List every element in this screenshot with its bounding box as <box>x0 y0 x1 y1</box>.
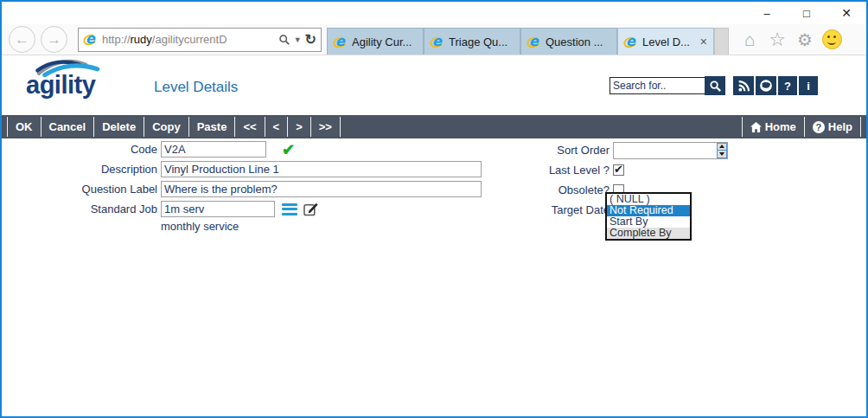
home-toolbar-button[interactable]: Home <box>742 117 805 137</box>
valid-check-icon: ✔ <box>282 142 295 158</box>
refresh-icon[interactable]: ↻ <box>305 31 316 48</box>
new-tab-stub[interactable] <box>714 28 729 55</box>
dropdown-option-null[interactable]: ( NULL ) <box>607 194 690 205</box>
level-details-form: Code ✔ Description Question Label Standa… <box>2 138 866 416</box>
spinner-up-icon[interactable] <box>718 144 726 151</box>
cancel-button[interactable]: Cancel <box>41 117 95 137</box>
delete-button[interactable]: Delete <box>94 117 144 137</box>
code-input[interactable] <box>161 141 266 158</box>
rss-icon <box>737 80 750 93</box>
edit-pencil-icon[interactable] <box>303 202 319 216</box>
ie-page-icon: e <box>83 32 98 47</box>
description-row: Description <box>2 160 482 178</box>
question-mark-icon: ? <box>784 80 791 93</box>
tab-label: Level D... <box>642 35 695 48</box>
standard-job-note: monthly service <box>2 220 482 233</box>
feedback-smiley-icon[interactable] <box>822 29 842 49</box>
globe-icon <box>759 79 773 93</box>
home-label: Home <box>765 120 796 133</box>
home-icon[interactable]: ⌂ <box>739 29 760 50</box>
spinner-down-icon[interactable] <box>718 151 726 158</box>
rss-button[interactable] <box>733 76 754 95</box>
code-label: Code <box>2 143 161 156</box>
agility-logo: agility <box>26 59 109 95</box>
copy-button[interactable]: Copy <box>144 117 189 137</box>
favorites-star-icon[interactable]: ☆ <box>767 29 788 51</box>
sort-order-label: Sort Order <box>486 144 613 157</box>
description-input[interactable] <box>161 161 482 177</box>
question-label-input[interactable] <box>161 181 482 197</box>
form-left-column: Code ✔ Description Question Label Standa… <box>2 140 482 233</box>
tab-strip: e Agility Cur... e Triage Qu... e Questi… <box>327 28 729 55</box>
last-level-checkbox[interactable] <box>613 164 624 176</box>
sort-order-spinner[interactable] <box>717 143 727 158</box>
page-title: Level Details <box>154 79 238 96</box>
lookup-menu-icon[interactable] <box>282 203 297 215</box>
search-button[interactable] <box>705 76 725 95</box>
standard-job-label: Standard Job <box>2 203 161 215</box>
tab-label: Agility Cur... <box>352 35 418 48</box>
last-record-button[interactable]: >> <box>311 117 341 137</box>
url-text[interactable]: http://rudy/agilitycurrentD <box>102 33 274 46</box>
logo-text: agility <box>26 74 109 95</box>
search-input[interactable] <box>610 77 705 94</box>
paste-button[interactable]: Paste <box>189 117 236 137</box>
dropdown-option-start-by[interactable]: Start By <box>607 216 690 228</box>
app-toolbar: OK Cancel Delete Copy Paste << < > >> Ho… <box>2 115 866 138</box>
close-button[interactable]: ✕ <box>827 2 866 24</box>
help-label: Help <box>828 120 852 133</box>
address-dropdown-icon[interactable]: ▼ <box>294 35 302 44</box>
address-search-icon[interactable] <box>278 34 290 46</box>
tab-label: Question ... <box>546 35 611 48</box>
code-row: Code ✔ <box>2 140 482 158</box>
target-date-label: Target Date <box>486 203 613 216</box>
standard-job-row: Standard Job <box>2 200 482 218</box>
tab-close-icon[interactable]: × <box>699 35 708 48</box>
ie-tab-icon: e <box>527 35 541 49</box>
sort-order-input[interactable] <box>613 142 728 159</box>
info-icon: i <box>807 80 810 93</box>
ie-tab-icon: e <box>623 35 638 49</box>
next-record-button[interactable]: > <box>288 117 311 137</box>
tab-question[interactable]: e Question ... <box>520 28 617 55</box>
search-icon <box>709 80 722 93</box>
web-button[interactable] <box>756 76 776 95</box>
browser-window: – □ ✕ ← → e http://rudy/agilitycurrentD … <box>0 0 868 418</box>
target-date-dropdown-list: ( NULL ) Not Required Start By Complete … <box>605 192 692 241</box>
title-bar: – □ ✕ <box>2 2 866 24</box>
forward-arrow-icon: → <box>47 31 61 48</box>
last-level-row: Last Level ? <box>486 160 763 180</box>
question-label-row: Question Label <box>2 180 482 198</box>
description-label: Description <box>2 163 161 176</box>
home-house-icon <box>750 122 762 132</box>
page-header: agility Level Details <box>2 55 866 115</box>
help-circle-icon <box>813 121 825 133</box>
info-button[interactable]: i <box>799 76 818 95</box>
tab-label: Triage Qu... <box>449 35 514 48</box>
back-arrow-icon: ← <box>15 31 29 48</box>
help-toolbar-button[interactable]: Help <box>805 117 861 137</box>
last-level-label: Last Level ? <box>486 164 613 177</box>
dropdown-option-complete-by[interactable]: Complete By <box>607 228 690 239</box>
obsolete-label: Obsolete? <box>486 183 613 196</box>
question-label-label: Question Label <box>2 183 161 196</box>
previous-record-button[interactable]: < <box>265 117 289 137</box>
first-record-button[interactable]: << <box>235 117 265 137</box>
dropdown-option-not-required[interactable]: Not Required <box>607 205 690 216</box>
back-button[interactable]: ← <box>9 26 35 53</box>
forward-button[interactable]: → <box>41 26 67 53</box>
address-bar[interactable]: e http://rudy/agilitycurrentD ▼ ↻ <box>78 28 322 52</box>
tab-triage-question[interactable]: e Triage Qu... <box>424 28 520 55</box>
ok-button[interactable]: OK <box>7 117 41 137</box>
ie-tab-icon: e <box>333 35 348 49</box>
tab-level-details[interactable]: e Level D... × <box>617 28 714 55</box>
standard-job-input[interactable] <box>161 201 275 217</box>
sort-order-row: Sort Order <box>486 140 763 160</box>
chrome-icons: ⌂ ☆ ⚙ <box>739 29 842 51</box>
minimize-button[interactable]: – <box>747 2 787 24</box>
maximize-button[interactable]: □ <box>787 2 827 24</box>
help-button[interactable]: ? <box>778 76 797 95</box>
settings-gear-icon[interactable]: ⚙ <box>795 29 815 50</box>
tab-agility-current[interactable]: e Agility Cur... <box>327 28 424 55</box>
ie-tab-icon: e <box>430 35 444 49</box>
